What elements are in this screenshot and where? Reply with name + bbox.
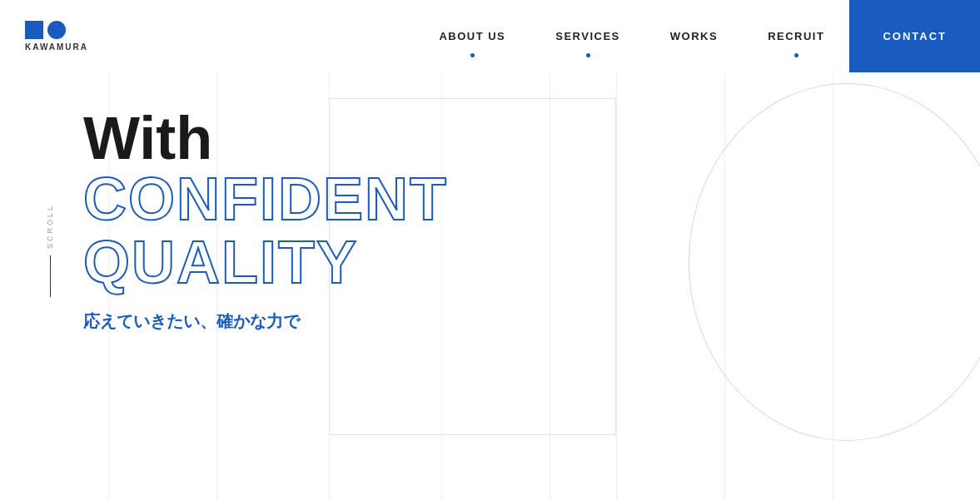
site-header: KAWAMURA ABOUT US SERVICES WORKS RECRUIT… — [0, 0, 980, 72]
scroll-indicator: SCROLL — [46, 203, 54, 296]
hero-confident-quality-text: CONFIDENT QUALITY — [83, 168, 448, 294]
grid-line-6 — [616, 0, 617, 500]
nav-recruit[interactable]: RECRUIT — [743, 0, 849, 72]
logo-text: KAWAMURA — [25, 42, 88, 52]
nav-recruit-label: RECRUIT — [768, 30, 824, 42]
logo-circle-icon — [47, 21, 66, 39]
nav-services-dot — [586, 53, 590, 57]
hero-japanese-highlight: 確かな力で — [216, 312, 300, 330]
nav-contact[interactable]: CONTACT — [849, 0, 980, 72]
logo-icon — [25, 21, 66, 39]
scroll-label: SCROLL — [46, 203, 54, 248]
nav-about-us-label: ABOUT US — [439, 30, 505, 42]
nav-about-us[interactable]: ABOUT US — [414, 0, 530, 72]
hero-with-text: With — [83, 108, 448, 168]
nav-recruit-dot — [794, 53, 798, 57]
logo-area[interactable]: KAWAMURA — [25, 21, 88, 52]
nav-about-us-dot — [470, 53, 475, 57]
nav-contact-label: CONTACT — [883, 30, 947, 42]
main-nav: ABOUT US SERVICES WORKS RECRUIT CONTACT — [414, 0, 980, 72]
nav-works[interactable]: WORKS — [645, 0, 743, 72]
hero-japanese-text: 応えていきたい、確かな力で — [83, 310, 448, 333]
hero-section: SCROLL With CONFIDENT QUALITY 応えていきたい、確か… — [0, 0, 980, 500]
hero-japanese-plain: 応えていきたい、 — [83, 312, 216, 330]
scroll-line — [50, 255, 51, 297]
nav-services-label: SERVICES — [555, 30, 620, 42]
hero-content: With CONFIDENT QUALITY 応えていきたい、確かな力で — [83, 108, 448, 333]
logo-square-icon — [25, 21, 43, 39]
nav-works-label: WORKS — [670, 30, 718, 42]
nav-services[interactable]: SERVICES — [530, 0, 645, 72]
